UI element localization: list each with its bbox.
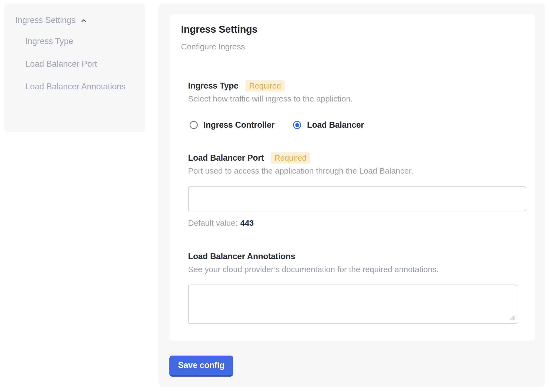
load-balancer-port-section: Load Balancer Port Required Port used to… bbox=[188, 152, 535, 228]
chevron-up-icon bbox=[80, 16, 88, 25]
ingress-type-radio-group: Ingress Controller Load Balancer bbox=[188, 119, 535, 131]
ingress-type-section: Ingress Type Required Select how traffic… bbox=[188, 80, 535, 131]
load-balancer-annotations-label: Load Balancer Annotations bbox=[188, 252, 295, 261]
page-title: Ingress Settings bbox=[181, 23, 535, 36]
load-balancer-port-description: Port used to access the application thro… bbox=[188, 165, 535, 176]
load-balancer-port-label: Load Balancer Port bbox=[188, 153, 264, 163]
radio-label-ingress-controller: Ingress Controller bbox=[203, 120, 274, 130]
load-balancer-port-input[interactable] bbox=[188, 186, 526, 211]
default-value-row: Default value:443 bbox=[188, 218, 535, 228]
sidebar-section-toggle[interactable]: Ingress Settings bbox=[15, 15, 136, 25]
required-badge: Required bbox=[271, 152, 310, 164]
page-subtitle: Configure Ingress bbox=[181, 42, 535, 52]
radio-label-load-balancer: Load Balancer bbox=[307, 120, 364, 130]
radio-option-load-balancer[interactable]: Load Balancer bbox=[291, 120, 364, 130]
sidebar-item-load-balancer-port[interactable]: Load Balancer Port bbox=[25, 56, 136, 72]
settings-sidebar: Ingress Settings Ingress Type Load Balan… bbox=[4, 4, 145, 132]
ingress-type-description: Select how traffic will ingress to the a… bbox=[188, 93, 535, 104]
load-balancer-annotations-textarea[interactable] bbox=[188, 285, 517, 324]
default-value-label: Default value: bbox=[188, 218, 237, 227]
sidebar-item-ingress-type[interactable]: Ingress Type bbox=[25, 33, 136, 49]
sidebar-item-load-balancer-annotations[interactable]: Load Balancer Annotations bbox=[25, 79, 136, 95]
ingress-type-label: Ingress Type bbox=[188, 81, 239, 91]
default-value: 443 bbox=[240, 218, 254, 227]
load-balancer-annotations-section: Load Balancer Annotations See your cloud… bbox=[188, 251, 535, 324]
load-balancer-annotations-description: See your cloud provider’s documentation … bbox=[188, 264, 535, 275]
form-sections: Ingress Type Required Select how traffic… bbox=[188, 80, 535, 324]
radio-ingress-controller[interactable] bbox=[190, 121, 198, 129]
sidebar-item-list: Ingress Type Load Balancer Port Load Bal… bbox=[15, 33, 136, 95]
radio-load-balancer[interactable] bbox=[293, 121, 301, 129]
annotations-textarea-wrap bbox=[188, 285, 517, 324]
page: Ingress Settings Ingress Type Load Balan… bbox=[0, 0, 550, 392]
sidebar-section-title: Ingress Settings bbox=[15, 15, 75, 25]
required-badge: Required bbox=[246, 80, 285, 92]
save-config-button[interactable]: Save config bbox=[169, 356, 233, 377]
ingress-settings-card: Ingress Settings Configure Ingress Ingre… bbox=[170, 14, 535, 341]
main-panel: Ingress Settings Configure Ingress Ingre… bbox=[159, 4, 545, 387]
radio-option-ingress-controller[interactable]: Ingress Controller bbox=[188, 120, 274, 130]
